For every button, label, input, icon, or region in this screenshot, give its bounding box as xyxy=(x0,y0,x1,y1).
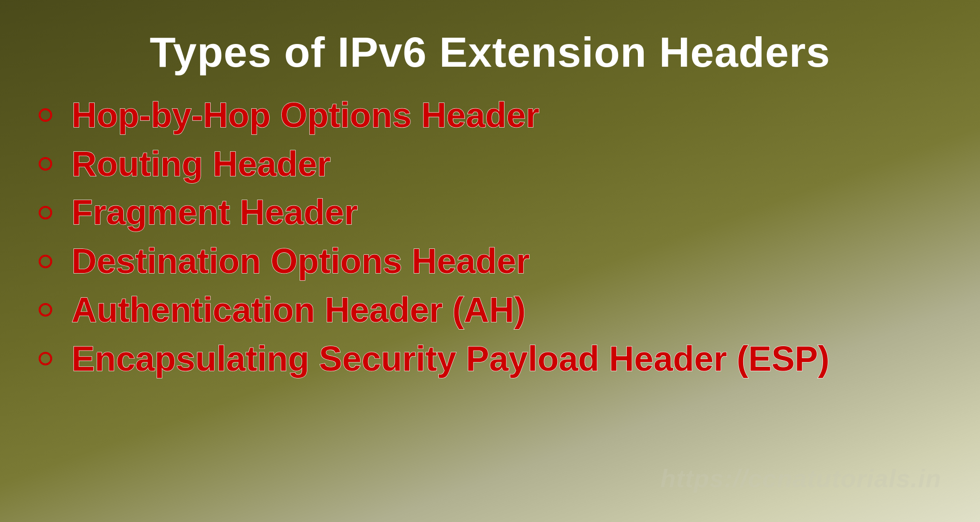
list-item: Authentication Header (AH) xyxy=(39,290,941,330)
list-item: Hop-by-Hop Options Header xyxy=(39,95,941,135)
list-item-text: Routing Header xyxy=(72,144,331,184)
list-item-text: Destination Options Header xyxy=(72,241,530,281)
list-item-text: Hop-by-Hop Options Header xyxy=(72,95,539,135)
page-title: Types of IPv6 Extension Headers xyxy=(39,29,941,76)
list-item: Destination Options Header xyxy=(39,241,941,281)
list-item-text: Encapsulating Security Payload Header (E… xyxy=(72,339,830,379)
list-item-text: Fragment Header xyxy=(72,192,358,232)
bullet-dot-icon xyxy=(39,303,52,317)
extension-headers-list: Hop-by-Hop Options HeaderRouting HeaderF… xyxy=(39,95,941,388)
list-item: Fragment Header xyxy=(39,192,941,232)
list-item: Routing Header xyxy=(39,144,941,184)
bullet-dot-icon xyxy=(39,108,52,122)
list-item: Encapsulating Security Payload Header (E… xyxy=(39,339,941,379)
bullet-dot-icon xyxy=(39,352,52,365)
watermark: https://ccnatutorials.in xyxy=(660,464,941,493)
bullet-dot-icon xyxy=(39,255,52,268)
bullet-dot-icon xyxy=(39,206,52,219)
list-item-text: Authentication Header (AH) xyxy=(72,290,526,330)
bullet-dot-icon xyxy=(39,157,52,171)
